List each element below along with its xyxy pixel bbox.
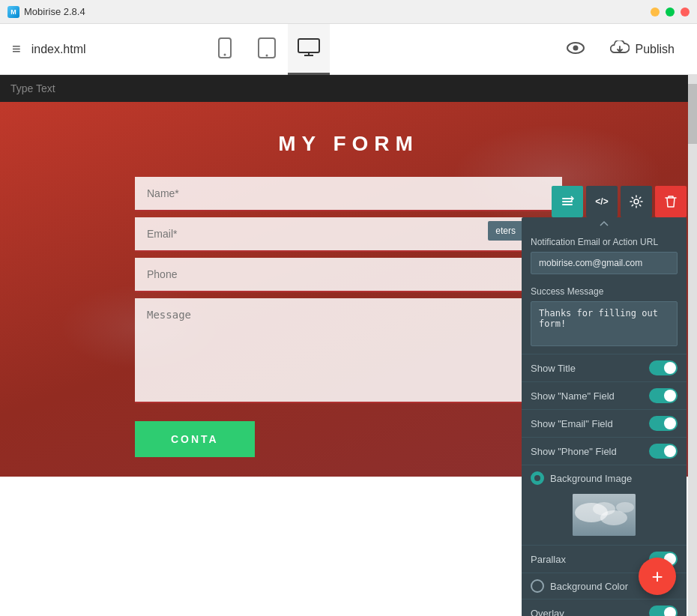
svg-point-7	[634, 199, 639, 204]
svg-rect-4	[298, 39, 319, 52]
phone-input[interactable]	[135, 258, 562, 292]
params-tab[interactable]: eters	[488, 221, 523, 241]
bg-color-radio[interactable]	[531, 579, 544, 593]
app-icon: M	[7, 6, 19, 18]
device-desktop-button[interactable]	[288, 24, 330, 75]
show-email-label: Show "Email" Field	[531, 418, 613, 429]
sort-button[interactable]	[552, 186, 583, 217]
bg-image-row: Background Image	[522, 465, 687, 491]
form-fields: CONTA	[135, 177, 562, 457]
main-scrollbar[interactable]	[688, 75, 697, 616]
bg-image-radio[interactable]	[531, 471, 544, 485]
code-button[interactable]: </>	[586, 186, 618, 217]
show-name-toggle[interactable]	[649, 388, 678, 403]
title-bar: M Mobirise 2.8.4	[0, 0, 697, 24]
type-text-bar[interactable]: Type Text	[0, 75, 697, 102]
notification-label: Notification Email or Action URL	[531, 237, 678, 247]
preview-icon[interactable]	[567, 40, 585, 58]
window-controls	[651, 7, 690, 16]
svg-point-6	[573, 46, 578, 51]
svg-point-11	[593, 502, 615, 516]
success-textarea[interactable]: Thanks for filling out form!	[531, 301, 678, 346]
show-email-row: Show "Email" Field	[522, 409, 687, 437]
add-block-fab[interactable]: +	[639, 558, 676, 595]
show-title-toggle[interactable]	[649, 360, 678, 375]
settings-panel: Notification Email or Action URL Success…	[522, 217, 687, 616]
delete-button[interactable]	[655, 186, 687, 217]
overlay-row: Overlay	[522, 599, 687, 616]
bg-color-label: Background Color	[550, 581, 628, 592]
maximize-button[interactable]	[666, 7, 675, 16]
show-phone-row: Show "Phone" Field	[522, 437, 687, 465]
bg-thumbnail-container	[522, 494, 687, 545]
svg-point-1	[224, 54, 226, 56]
cloud-icon	[610, 40, 630, 58]
device-tablet-button[interactable]	[246, 24, 288, 75]
main-area: Type Text MY FORM CONTA </>	[0, 75, 697, 616]
device-mobile-button[interactable]	[204, 24, 246, 75]
success-section: Success Message Thanks for filling out f…	[522, 279, 687, 354]
header: ≡ index.html Publish	[0, 24, 697, 75]
minimize-button[interactable]	[651, 7, 660, 16]
header-right: Publish	[567, 34, 685, 64]
form-title: MY FORM	[278, 132, 419, 156]
overlay-toggle[interactable]	[649, 606, 678, 616]
settings-button[interactable]	[621, 186, 652, 217]
svg-point-12	[616, 502, 634, 513]
contact-button[interactable]: CONTA	[135, 421, 255, 457]
bg-thumbnail[interactable]	[573, 494, 636, 536]
type-text-placeholder: Type Text	[10, 82, 55, 94]
show-phone-toggle[interactable]	[649, 444, 678, 459]
show-title-label: Show Title	[531, 363, 576, 374]
message-input[interactable]	[135, 298, 562, 403]
publish-label: Publish	[636, 43, 675, 56]
show-phone-label: Show "Phone" Field	[531, 446, 617, 457]
show-title-row: Show Title	[522, 354, 687, 381]
bg-image-label: Background Image	[550, 473, 632, 484]
success-label: Success Message	[531, 286, 678, 297]
show-email-toggle[interactable]	[649, 416, 678, 431]
notification-input[interactable]	[531, 252, 678, 274]
main-scroll-thumb[interactable]	[688, 84, 697, 144]
overlay-label: Overlay	[531, 608, 564, 617]
fab-icon: +	[651, 565, 663, 588]
file-name: index.html	[31, 43, 86, 56]
block-toolbar: </>	[552, 186, 687, 217]
show-name-row: Show "Name" Field	[522, 381, 687, 409]
scroll-up-button[interactable]	[522, 217, 687, 229]
notification-section: Notification Email or Action URL	[522, 229, 687, 279]
device-buttons	[204, 24, 330, 75]
name-input[interactable]	[135, 177, 562, 211]
parallax-label: Parallax	[531, 554, 566, 565]
app-title: Mobirise 2.8.4	[24, 6, 85, 17]
publish-button[interactable]: Publish	[600, 34, 685, 64]
menu-icon[interactable]: ≡	[12, 40, 21, 58]
show-name-label: Show "Name" Field	[531, 390, 615, 402]
canvas: Type Text MY FORM CONTA </>	[0, 75, 697, 616]
close-button[interactable]	[681, 7, 690, 16]
svg-point-3	[266, 55, 268, 57]
